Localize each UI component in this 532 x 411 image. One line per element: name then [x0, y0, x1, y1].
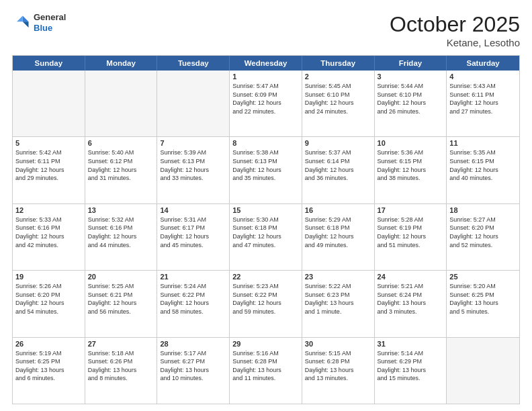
- header-day-monday: Monday: [85, 56, 158, 71]
- cell-content: Sunrise: 5:38 AM Sunset: 6:13 PM Dayligh…: [232, 148, 299, 182]
- cell-content: Sunrise: 5:47 AM Sunset: 6:09 PM Dayligh…: [232, 82, 299, 116]
- day-number: 12: [15, 206, 82, 214]
- day-number: 6: [88, 139, 154, 147]
- day-number: 16: [305, 206, 371, 214]
- day-number: 31: [378, 340, 444, 348]
- day-number: 14: [160, 206, 226, 214]
- cell-content: Sunrise: 5:39 AM Sunset: 6:13 PM Dayligh…: [160, 148, 226, 182]
- day-number: 1: [232, 73, 299, 81]
- calendar-cell-27: 27Sunrise: 5:18 AM Sunset: 6:26 PM Dayli…: [85, 338, 158, 404]
- calendar-cell-4: 4Sunrise: 5:43 AM Sunset: 6:11 PM Daylig…: [447, 71, 519, 136]
- cell-content: Sunrise: 5:20 AM Sunset: 6:25 PM Dayligh…: [449, 282, 517, 316]
- cell-content: Sunrise: 5:23 AM Sunset: 6:22 PM Dayligh…: [232, 282, 299, 316]
- calendar-cell-28: 28Sunrise: 5:17 AM Sunset: 6:27 PM Dayli…: [157, 338, 230, 404]
- calendar-cell-13: 13Sunrise: 5:32 AM Sunset: 6:16 PM Dayli…: [85, 204, 158, 270]
- day-number: 29: [232, 340, 299, 348]
- day-number: 17: [378, 206, 444, 214]
- calendar-cell-18: 18Sunrise: 5:27 AM Sunset: 6:20 PM Dayli…: [447, 204, 519, 270]
- calendar-cell-11: 11Sunrise: 5:35 AM Sunset: 6:15 PM Dayli…: [447, 137, 519, 203]
- logo: General Blue: [12, 12, 66, 33]
- day-number: 30: [305, 340, 371, 348]
- header-day-thursday: Thursday: [302, 56, 375, 71]
- day-number: 19: [15, 273, 82, 281]
- cell-content: Sunrise: 5:29 AM Sunset: 6:18 PM Dayligh…: [305, 216, 371, 249]
- calendar-row-0: 1Sunrise: 5:47 AM Sunset: 6:09 PM Daylig…: [13, 71, 519, 137]
- page: General Blue October 2025 Ketane, Lesoth…: [0, 0, 532, 411]
- header-day-wednesday: Wednesday: [230, 56, 302, 71]
- calendar-cell-21: 21Sunrise: 5:24 AM Sunset: 6:22 PM Dayli…: [157, 271, 230, 336]
- cell-content: Sunrise: 5:33 AM Sunset: 6:16 PM Dayligh…: [15, 216, 82, 249]
- calendar-cell-22: 22Sunrise: 5:23 AM Sunset: 6:22 PM Dayli…: [230, 271, 302, 336]
- cell-content: Sunrise: 5:27 AM Sunset: 6:20 PM Dayligh…: [449, 216, 517, 249]
- cell-content: Sunrise: 5:22 AM Sunset: 6:23 PM Dayligh…: [305, 282, 371, 316]
- day-number: 22: [232, 273, 299, 281]
- calendar-cell-16: 16Sunrise: 5:29 AM Sunset: 6:18 PM Dayli…: [302, 204, 375, 270]
- day-number: 20: [88, 273, 154, 281]
- day-number: 21: [160, 273, 226, 281]
- calendar-cell-23: 23Sunrise: 5:22 AM Sunset: 6:23 PM Dayli…: [302, 271, 375, 336]
- day-number: 15: [232, 206, 299, 214]
- calendar-body: 1Sunrise: 5:47 AM Sunset: 6:09 PM Daylig…: [13, 71, 519, 404]
- calendar-cell-19: 19Sunrise: 5:26 AM Sunset: 6:20 PM Dayli…: [13, 271, 85, 336]
- header-day-saturday: Saturday: [447, 56, 519, 71]
- cell-content: Sunrise: 5:44 AM Sunset: 6:10 PM Dayligh…: [378, 82, 444, 116]
- calendar-cell-6: 6Sunrise: 5:40 AM Sunset: 6:12 PM Daylig…: [85, 137, 158, 203]
- cell-content: Sunrise: 5:25 AM Sunset: 6:21 PM Dayligh…: [88, 282, 154, 316]
- cell-content: Sunrise: 5:32 AM Sunset: 6:16 PM Dayligh…: [88, 216, 154, 249]
- calendar-cell-empty-0-2: [157, 71, 230, 136]
- calendar-row-1: 5Sunrise: 5:42 AM Sunset: 6:11 PM Daylig…: [13, 137, 519, 203]
- calendar-cell-2: 2Sunrise: 5:45 AM Sunset: 6:10 PM Daylig…: [302, 71, 375, 136]
- cell-content: Sunrise: 5:16 AM Sunset: 6:28 PM Dayligh…: [232, 349, 299, 383]
- cell-content: Sunrise: 5:31 AM Sunset: 6:17 PM Dayligh…: [160, 216, 226, 249]
- logo-general: General: [34, 12, 66, 23]
- cell-content: Sunrise: 5:14 AM Sunset: 6:29 PM Dayligh…: [378, 349, 444, 383]
- calendar-cell-29: 29Sunrise: 5:16 AM Sunset: 6:28 PM Dayli…: [230, 338, 302, 404]
- calendar-row-4: 26Sunrise: 5:19 AM Sunset: 6:25 PM Dayli…: [13, 338, 519, 404]
- calendar-cell-31: 31Sunrise: 5:14 AM Sunset: 6:29 PM Dayli…: [375, 338, 447, 404]
- day-number: 11: [449, 139, 517, 147]
- calendar-cell-1: 1Sunrise: 5:47 AM Sunset: 6:09 PM Daylig…: [230, 71, 302, 136]
- calendar-cell-30: 30Sunrise: 5:15 AM Sunset: 6:28 PM Dayli…: [302, 338, 375, 404]
- svg-marker-0: [23, 15, 29, 21]
- calendar-cell-20: 20Sunrise: 5:25 AM Sunset: 6:21 PM Dayli…: [85, 271, 158, 336]
- calendar-cell-15: 15Sunrise: 5:30 AM Sunset: 6:18 PM Dayli…: [230, 204, 302, 270]
- calendar-cell-26: 26Sunrise: 5:19 AM Sunset: 6:25 PM Dayli…: [13, 338, 85, 404]
- day-number: 10: [378, 139, 444, 147]
- header-day-tuesday: Tuesday: [157, 56, 230, 71]
- cell-content: Sunrise: 5:30 AM Sunset: 6:18 PM Dayligh…: [232, 216, 299, 249]
- day-number: 27: [88, 340, 154, 348]
- cell-content: Sunrise: 5:36 AM Sunset: 6:15 PM Dayligh…: [378, 148, 444, 182]
- location: Ketane, Lesotho: [390, 37, 520, 48]
- calendar-cell-14: 14Sunrise: 5:31 AM Sunset: 6:17 PM Dayli…: [157, 204, 230, 270]
- day-number: 5: [15, 139, 82, 147]
- calendar-cell-5: 5Sunrise: 5:42 AM Sunset: 6:11 PM Daylig…: [13, 137, 85, 203]
- calendar-cell-empty-0-0: [13, 71, 85, 136]
- cell-content: Sunrise: 5:42 AM Sunset: 6:11 PM Dayligh…: [15, 148, 82, 182]
- cell-content: Sunrise: 5:17 AM Sunset: 6:27 PM Dayligh…: [160, 349, 226, 383]
- day-number: 18: [449, 206, 517, 214]
- day-number: 23: [305, 273, 371, 281]
- calendar-cell-3: 3Sunrise: 5:44 AM Sunset: 6:10 PM Daylig…: [375, 71, 447, 136]
- cell-content: Sunrise: 5:35 AM Sunset: 6:15 PM Dayligh…: [449, 148, 517, 182]
- header: General Blue October 2025 Ketane, Lesoth…: [12, 12, 520, 48]
- cell-content: Sunrise: 5:18 AM Sunset: 6:26 PM Dayligh…: [88, 349, 154, 383]
- logo-blue: Blue: [34, 23, 66, 34]
- cell-content: Sunrise: 5:40 AM Sunset: 6:12 PM Dayligh…: [88, 148, 154, 182]
- svg-marker-1: [23, 21, 29, 28]
- calendar-cell-12: 12Sunrise: 5:33 AM Sunset: 6:16 PM Dayli…: [13, 204, 85, 270]
- day-number: 9: [305, 139, 371, 147]
- header-day-sunday: Sunday: [13, 56, 85, 71]
- day-number: 26: [15, 340, 82, 348]
- cell-content: Sunrise: 5:28 AM Sunset: 6:19 PM Dayligh…: [378, 216, 444, 249]
- logo-text: General Blue: [34, 12, 66, 33]
- logo-icon: [12, 13, 31, 32]
- calendar-cell-empty-0-1: [85, 71, 158, 136]
- day-number: 25: [449, 273, 517, 281]
- day-number: 2: [305, 73, 371, 81]
- cell-content: Sunrise: 5:45 AM Sunset: 6:10 PM Dayligh…: [305, 82, 371, 116]
- calendar-cell-8: 8Sunrise: 5:38 AM Sunset: 6:13 PM Daylig…: [230, 137, 302, 203]
- calendar-cell-10: 10Sunrise: 5:36 AM Sunset: 6:15 PM Dayli…: [375, 137, 447, 203]
- calendar-cell-24: 24Sunrise: 5:21 AM Sunset: 6:24 PM Dayli…: [375, 271, 447, 336]
- calendar-row-2: 12Sunrise: 5:33 AM Sunset: 6:16 PM Dayli…: [13, 204, 519, 271]
- day-number: 4: [449, 73, 517, 81]
